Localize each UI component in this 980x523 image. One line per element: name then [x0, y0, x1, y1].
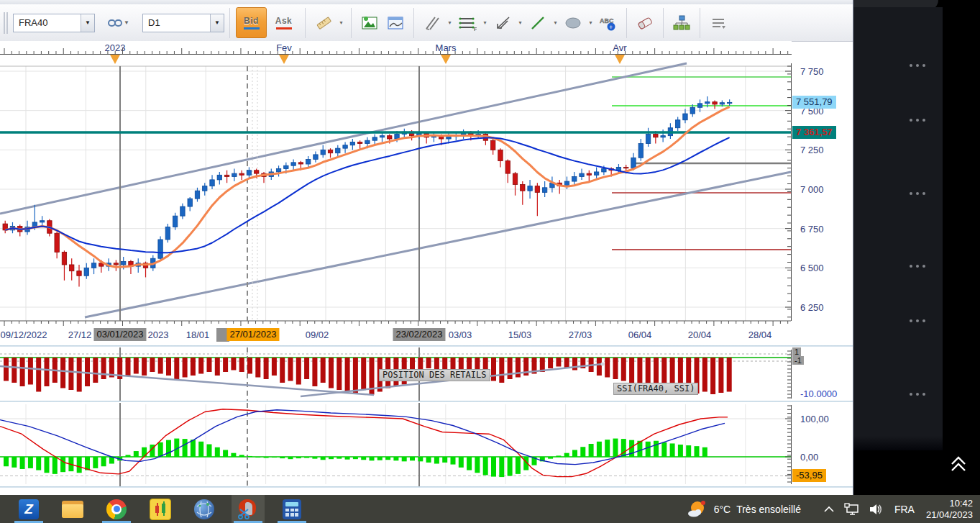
more-options-button[interactable] — [901, 60, 934, 71]
date-highlight-label: 03/01/2023 — [93, 328, 146, 341]
fast-ma-line — [5, 107, 729, 268]
file-explorer-icon — [62, 501, 83, 518]
weather-temp: 6°C — [714, 504, 731, 515]
taskbar-candlestick-app-button[interactable] — [144, 495, 177, 523]
insert-image-tool-button[interactable] — [357, 9, 382, 37]
taskbar-calculator-button[interactable] — [275, 495, 308, 523]
taskbar-weather[interactable]: 6°C Très ensoleillé — [687, 495, 801, 523]
tray-expand-chevron[interactable] — [823, 504, 835, 514]
taskbar-chrome-button[interactable] — [100, 495, 133, 523]
link-charts-button[interactable]: ▼ — [103, 9, 136, 37]
dot — [916, 265, 919, 268]
svg-text:F: F — [474, 26, 477, 32]
osc-value-tag: -53,95 — [792, 469, 826, 482]
oscillator-fast-line — [0, 409, 728, 477]
price-axis-label: 7 750 — [800, 66, 824, 77]
chevron-down-icon[interactable]: ▼ — [81, 14, 94, 32]
link-icon — [108, 19, 122, 27]
network-icon[interactable] — [844, 503, 860, 516]
taskbar-app-z-button[interactable]: Z — [12, 495, 45, 523]
pitchfork-icon — [423, 14, 441, 32]
language-indicator[interactable]: FRA — [894, 504, 915, 515]
retail-position-annotation[interactable]: POSITION DES RETAILS — [379, 369, 490, 381]
chart-window-icon — [387, 14, 404, 32]
date-label: 18/01 — [186, 329, 210, 340]
collapse-chevron-button[interactable] — [948, 453, 969, 475]
arrow-trendlines-icon — [494, 14, 511, 32]
dot — [910, 265, 912, 268]
eraser-icon — [636, 14, 654, 32]
toolbar-grip[interactable] — [4, 12, 9, 34]
trendline-tool-dropdown[interactable]: ▾ — [551, 11, 560, 35]
bid-button[interactable]: Bid — [236, 7, 267, 38]
measure-ruler-tool-dropdown[interactable]: ▾ — [336, 11, 346, 35]
taskbar-globe-app-button[interactable] — [188, 495, 221, 523]
pitchfork-tool-button[interactable] — [420, 9, 444, 37]
osc-axis-100: 100,00 — [800, 414, 829, 424]
panel-separator[interactable] — [0, 401, 853, 402]
more-options-button[interactable] — [901, 188, 934, 199]
price-axis-label: 6 500 — [800, 263, 824, 273]
object-list-tool-button[interactable] — [706, 9, 731, 37]
sunny-weather-icon — [687, 500, 708, 519]
fibonacci-levels-tool-button[interactable]: F — [455, 9, 480, 37]
more-options-button[interactable] — [901, 389, 934, 399]
dot — [922, 265, 925, 268]
bid-label: Bid — [244, 16, 259, 26]
oscillator-indicator-panel[interactable] — [0, 403, 792, 486]
chart-window-tool-button[interactable] — [383, 9, 408, 37]
dot — [916, 192, 919, 195]
ssi-indicator-title[interactable]: SSI(FRA40, SSI) — [613, 383, 698, 395]
price-chart[interactable] — [0, 58, 792, 327]
panel-separator[interactable] — [0, 345, 853, 347]
chart-gridlines — [0, 66, 791, 321]
symbol-select[interactable]: FRA40 ▼ — [13, 14, 95, 32]
more-options-button[interactable] — [901, 115, 934, 125]
clock-time: 10:42 — [926, 498, 973, 509]
measure-ruler-tool-button[interactable] — [311, 9, 336, 37]
price-axis-ruler — [785, 63, 792, 321]
timeframe-select[interactable]: D1 ▼ — [142, 14, 224, 32]
fibonacci-levels-icon: F — [458, 14, 477, 32]
panel-separator[interactable] — [0, 486, 853, 488]
fibonacci-levels-tool-dropdown[interactable]: ▾ — [480, 11, 490, 35]
workspace-layout-tool-button[interactable] — [669, 9, 694, 37]
chevron-down-icon[interactable]: ▼ — [210, 14, 224, 32]
ssi-axis-bottom: -10.0000 — [800, 388, 837, 399]
ask-button[interactable]: Ask — [268, 7, 299, 38]
date-label: 27/12 — [68, 329, 92, 340]
dot — [922, 64, 925, 67]
date-label: 15/03 — [508, 329, 532, 340]
arrow-trendlines-tool-button[interactable] — [490, 9, 515, 37]
last-price-tag: 7 551,79 — [792, 96, 836, 109]
more-options-button[interactable] — [901, 261, 934, 271]
timeframe-value: D1 — [143, 17, 210, 28]
workspace-layout-icon — [673, 14, 690, 32]
trendline-tool-button[interactable] — [526, 9, 550, 37]
pitchfork-tool-dropdown[interactable]: ▾ — [445, 11, 454, 35]
trendline-icon — [529, 14, 546, 32]
taskbar-snip-app-button[interactable] — [232, 495, 265, 523]
taskbar-apps: Z — [12, 495, 308, 523]
ask-underline — [276, 27, 292, 29]
eraser-tool-button[interactable] — [633, 9, 657, 37]
ellipse-tool-button[interactable] — [561, 9, 585, 37]
taskbar-file-explorer-button[interactable] — [56, 495, 89, 523]
chevron-down-icon[interactable]: ▼ — [122, 11, 132, 35]
trading-app-window: FRA40 ▼ ▼ D1 ▼ Bid Ask ▾▾F▾▾▾▾ABC+ 2023F… — [0, 0, 853, 495]
volume-icon[interactable] — [869, 503, 884, 516]
dot — [922, 119, 925, 122]
measure-ruler-icon — [315, 14, 332, 32]
slow-ma-line — [5, 137, 729, 253]
chevron-up-icon — [952, 464, 965, 470]
ellipse-tool-dropdown[interactable]: ▾ — [586, 11, 595, 35]
dot — [910, 64, 912, 67]
clock[interactable]: 10:42 21/04/2023 — [926, 498, 973, 521]
weather-desc: Très ensoleillé — [736, 504, 801, 515]
month-marker-triangle — [441, 55, 451, 64]
more-options-button[interactable] — [901, 316, 934, 326]
text-annotation-tool-button[interactable]: ABC+ — [596, 9, 620, 37]
arrow-trendlines-tool-dropdown[interactable]: ▾ — [516, 11, 525, 35]
level-price-tag: 7 361,57 — [792, 126, 836, 139]
snip-app-icon — [237, 499, 259, 520]
